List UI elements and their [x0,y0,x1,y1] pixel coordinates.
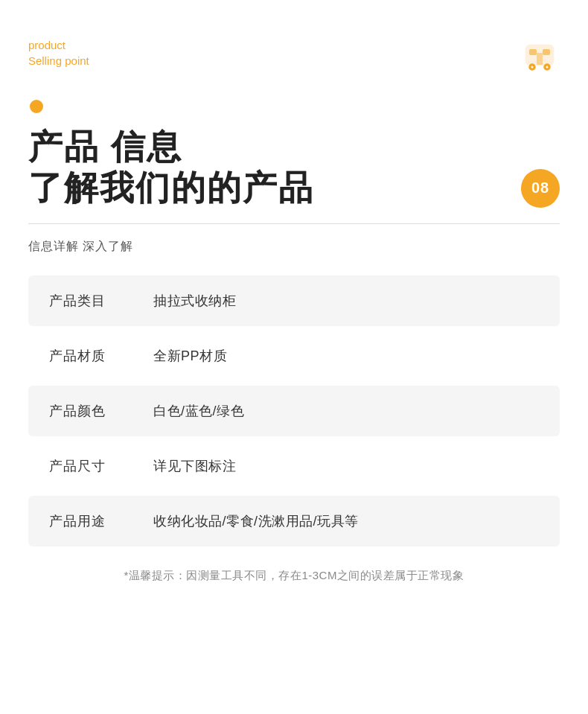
table-label: 产品类目 [49,292,153,310]
table-value: 白色/蓝色/绿色 [153,402,244,420]
table-row-inner: 产品类目抽拉式收纳柜 [28,275,560,326]
table-value: 全新PP材质 [153,347,227,365]
table-row: 产品类目抽拉式收纳柜 [28,275,560,326]
table-row-inner: 产品材质全新PP材质 [28,331,560,381]
section-divider [28,223,560,224]
number-badge: 08 [521,169,560,208]
table-row-inner: 产品用途收纳化妆品/零食/洗漱用品/玩具等 [28,496,560,546]
table-row: 产品用途收纳化妆品/零食/洗漱用品/玩具等 [28,496,560,546]
page-container: product Selling point [0,0,588,714]
table-label: 产品用途 [49,512,153,530]
table-row: 产品颜色白色/蓝色/绿色 [28,386,560,436]
table-value: 收纳化妆品/零食/洗漱用品/玩具等 [153,512,359,530]
svg-rect-2 [543,49,550,55]
subtitle: 信息详解 深入了解 [28,239,560,255]
svg-rect-3 [537,53,543,65]
product-label: product [28,37,89,53]
header-left: product Selling point [28,37,89,68]
bus-icon [522,39,557,75]
bus-icon-wrapper [520,37,560,77]
svg-point-7 [546,66,549,68]
selling-point-label: Selling point [28,53,89,68]
table-value: 抽拉式收纳柜 [153,292,236,310]
main-title-block: 产品 信息 了解我们的的产品 08 [28,127,560,208]
info-table: 产品类目抽拉式收纳柜产品材质全新PP材质产品颜色白色/蓝色/绿色产品尺寸详见下图… [28,275,560,546]
title-line1: 产品 信息 [28,127,560,168]
header: product Selling point [28,37,560,77]
svg-point-6 [531,66,534,68]
table-label: 产品尺寸 [49,457,153,475]
title-line2-wrapper: 了解我们的的产品 08 [28,168,560,208]
svg-rect-1 [529,49,537,55]
table-label: 产品材质 [49,347,153,365]
table-label: 产品颜色 [49,402,153,420]
table-row: 产品材质全新PP材质 [28,331,560,381]
table-value: 详见下图标注 [153,457,236,475]
footer-note: *温馨提示：因测量工具不同，存在1-3CM之间的误差属于正常现象 [28,569,560,583]
title-line2: 了解我们的的产品 [28,168,314,208]
table-row-inner: 产品颜色白色/蓝色/绿色 [28,386,560,436]
orange-dot-decoration [30,100,43,113]
table-row: 产品尺寸详见下图标注 [28,441,560,491]
table-row-inner: 产品尺寸详见下图标注 [28,441,560,491]
